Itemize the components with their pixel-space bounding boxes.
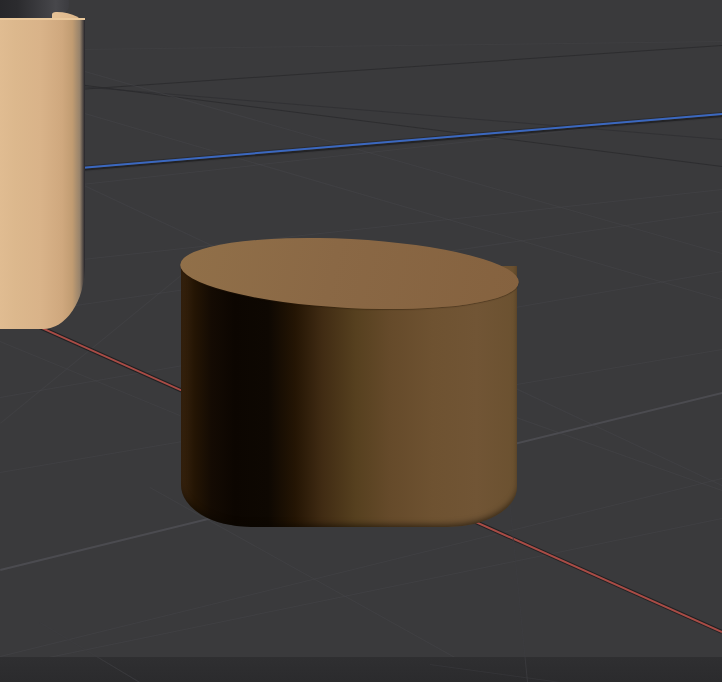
horizon-band (0, 657, 722, 682)
grid-line (0, 518, 722, 668)
viewport-3d[interactable] (0, 0, 722, 682)
grid-line (78, 45, 722, 90)
grid-line (0, 113, 722, 194)
grid-line (505, 413, 722, 491)
grid-line (78, 69, 722, 254)
grid-line (80, 41, 722, 50)
grid-line (78, 86, 722, 140)
tan-cylinder-body (0, 18, 85, 329)
